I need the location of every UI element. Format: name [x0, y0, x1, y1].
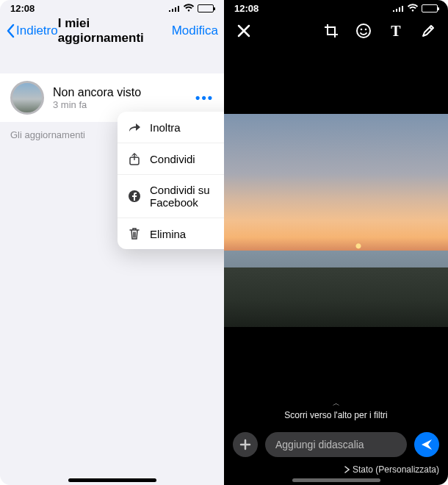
draw-button[interactable]: [419, 21, 438, 40]
trash-icon: [128, 227, 141, 240]
chevron-up-icon: ︿: [224, 398, 448, 409]
emoji-icon: [355, 23, 372, 39]
battery-icon: [422, 4, 438, 12]
svg-point-4: [365, 29, 367, 31]
facebook-icon: [128, 190, 141, 203]
status-editor-screen: 12:08 T ︿ Scorri verso l': [224, 0, 448, 485]
svg-point-2: [357, 24, 370, 37]
text-icon: T: [389, 24, 403, 38]
svg-text:T: T: [391, 24, 401, 38]
status-bar: 12:08: [224, 0, 448, 15]
menu-label: Condividi: [150, 153, 195, 165]
home-indicator[interactable]: [68, 478, 156, 482]
text-button[interactable]: T: [386, 21, 405, 40]
svg-point-3: [361, 29, 363, 31]
back-button[interactable]: Indietro: [6, 24, 58, 38]
crop-button[interactable]: [322, 21, 341, 40]
signal-icon: [168, 4, 180, 12]
privacy-label: Stato (Personalizzata): [353, 464, 439, 475]
editor-toolbar: T: [224, 15, 448, 47]
page-title: I miei aggiornamenti: [58, 16, 172, 46]
close-button[interactable]: [234, 21, 253, 40]
pencil-icon: [421, 24, 436, 38]
battery-icon: [198, 4, 214, 12]
chevron-left-icon: [6, 24, 15, 38]
filters-hint[interactable]: ︿ Scorri verso l'alto per i filtri: [224, 398, 448, 420]
wifi-icon: [183, 4, 195, 12]
plus-icon: [239, 438, 252, 451]
status-text: Non ancora visto 3 min fa: [53, 86, 141, 110]
clock: 12:08: [10, 3, 35, 14]
add-media-button[interactable]: [233, 432, 258, 457]
menu-label: Inoltra: [150, 121, 181, 134]
menu-label: Elimina: [150, 228, 186, 240]
send-icon: [420, 438, 433, 451]
status-thumbnail: [10, 81, 44, 115]
status-bar: 12:08: [0, 0, 224, 15]
status-title: Non ancora visto: [53, 86, 141, 99]
caption-bar: Aggiungi didascalia: [224, 432, 448, 457]
sticker-button[interactable]: [354, 21, 373, 40]
status-photo-preview[interactable]: [224, 114, 448, 327]
caption-input[interactable]: Aggiungi didascalia: [265, 432, 407, 457]
signal-icon: [392, 4, 404, 12]
chevron-right-icon: [344, 466, 350, 473]
nav-bar: Indietro I miei aggiornamenti Modifica: [0, 15, 224, 47]
forward-arrow-icon: [128, 121, 141, 134]
crop-rotate-icon: [323, 23, 339, 39]
status-timestamp: 3 min fa: [53, 99, 141, 110]
close-icon: [236, 24, 251, 38]
filters-hint-label: Scorri verso l'alto per i filtri: [284, 410, 387, 420]
wifi-icon: [407, 4, 419, 12]
edit-button[interactable]: Modifica: [172, 24, 218, 38]
privacy-selector[interactable]: Stato (Personalizzata): [344, 464, 439, 475]
home-indicator[interactable]: [292, 478, 380, 482]
status-indicators: [392, 4, 438, 12]
clock: 12:08: [234, 3, 259, 14]
send-button[interactable]: [414, 432, 439, 457]
status-indicators: [168, 4, 214, 12]
share-icon: [128, 152, 141, 165]
back-label: Indietro: [16, 24, 58, 38]
updates-list-screen: 12:08 Indietro I miei aggiornamenti Modi…: [0, 0, 224, 485]
caption-placeholder: Aggiungi didascalia: [275, 439, 364, 450]
more-options-button[interactable]: •••: [195, 90, 214, 106]
